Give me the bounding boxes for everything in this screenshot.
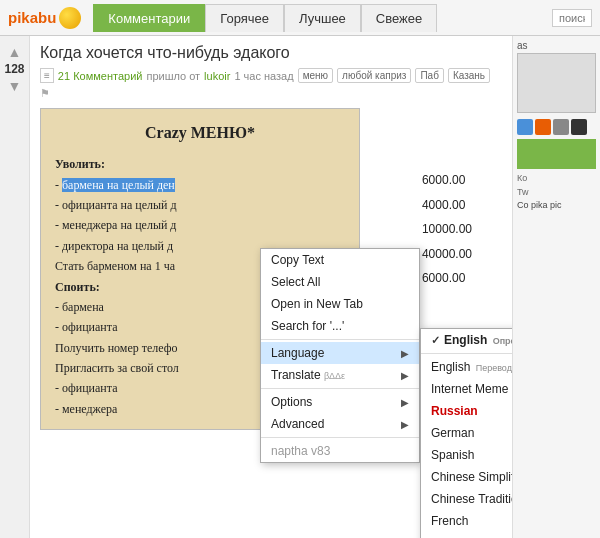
ctx-language-arrow: ▶ (401, 348, 409, 359)
meta-time: 1 час назад (234, 70, 293, 82)
menu-line-1: - бармена на целый ден (55, 175, 345, 195)
ctx-copy-text-label: Copy Text (271, 253, 324, 267)
rs-co-text: Co pika pic (517, 199, 596, 212)
meta-author-link[interactable]: lukoir (204, 70, 230, 82)
tag-pub[interactable]: Паб (415, 68, 443, 83)
rs-icon-3 (553, 119, 569, 135)
ctx-open-tab-label: Open in New Tab (271, 297, 363, 311)
tag-city[interactable]: Казань (448, 68, 490, 83)
ctx-sep-1 (261, 339, 419, 340)
rs-widget-1 (517, 53, 596, 113)
article-area: Crazy МЕНЮ* Уволить: - бармена на целый … (40, 108, 502, 430)
ctx-select-all-label: Select All (271, 275, 320, 289)
logo-icon (59, 7, 81, 29)
price-3: 10000.00 (422, 217, 472, 242)
price-2: 4000.00 (422, 193, 472, 218)
menu-line-3: - менеджера на целый д (55, 215, 345, 235)
ctx-sep-2 (261, 388, 419, 389)
ctx-options-arrow: ▶ (401, 397, 409, 408)
lang-internet-meme-label: Internet Meme (431, 382, 508, 396)
logo-text: pikabu (8, 9, 56, 26)
language-submenu: ✓ English Определ. English Переводить In… (420, 328, 512, 538)
vote-up-button[interactable]: ▲ (8, 44, 22, 60)
lang-english-detect-label: English Определ. (444, 333, 512, 347)
lang-french[interactable]: French (421, 510, 512, 532)
lang-english-trans-label: English Переводить (431, 360, 512, 374)
ctx-translate-arrow: ▶ (401, 370, 409, 381)
ctx-open-tab[interactable]: Open in New Tab (261, 293, 419, 315)
vote-count: 128 (4, 62, 24, 76)
lang-check-icon: ✓ (431, 334, 440, 347)
content-area: Когда хочется что-нибудь эдакого ≡ 21 Ко… (30, 36, 512, 538)
lang-chinese-simplified-label: Chinese Simplified (431, 470, 512, 484)
lang-internet-meme[interactable]: Internet Meme (421, 378, 512, 400)
lang-russian[interactable]: Russian ← (421, 400, 512, 422)
tag-menu[interactable]: меню (298, 68, 333, 83)
rs-tw-label: Tw (517, 187, 596, 197)
ctx-naptha: naptha v83 (261, 440, 419, 462)
meta-comments-link[interactable]: 21 Комментарий (58, 70, 143, 82)
rs-text-1: as (517, 40, 596, 51)
ctx-options[interactable]: Options ▶ (261, 391, 419, 413)
ctx-search-label: Search for '...' (271, 319, 344, 333)
lang-sep-1 (421, 353, 512, 354)
highlighted-text: бармена на целый ден (62, 178, 175, 192)
lang-chinese-traditional[interactable]: Chinese Traditional (421, 488, 512, 510)
lang-english-trans[interactable]: English Переводить (421, 356, 512, 378)
ctx-sep-3 (261, 437, 419, 438)
price-1: 6000.00 (422, 168, 472, 193)
lang-french-label: French (431, 514, 468, 528)
post-title: Когда хочется что-нибудь эдакого (40, 44, 502, 62)
lang-german-label: German (431, 426, 474, 440)
vote-down-button[interactable]: ▼ (8, 78, 22, 94)
lang-spanish-label: Spanish (431, 448, 474, 462)
logo[interactable]: pikabu (8, 7, 81, 29)
lang-russian-label: Russian (431, 404, 478, 418)
rs-icons-row (517, 119, 596, 135)
ctx-select-all[interactable]: Select All (261, 271, 419, 293)
post-meta: ≡ 21 Комментарий пришло от lukoir 1 час … (40, 68, 502, 100)
ctx-advanced-arrow: ▶ (401, 419, 409, 430)
ctx-advanced[interactable]: Advanced ▶ (261, 413, 419, 435)
tab-hot[interactable]: Горячее (205, 4, 284, 32)
meta-text: пришло от (146, 70, 200, 82)
main-layout: ▲ 128 ▼ Когда хочется что-нибудь эдакого… (0, 36, 600, 538)
tab-fresh[interactable]: Свежее (361, 4, 437, 32)
ctx-language-label: Language (271, 346, 324, 360)
lang-chinese-simplified[interactable]: Chinese Simplified (421, 466, 512, 488)
tab-best[interactable]: Лучшее (284, 4, 361, 32)
context-menu: Copy Text Select All Open in New Tab Sea… (260, 248, 420, 463)
rs-icon-1 (517, 119, 533, 135)
ctx-options-label: Options (271, 395, 312, 409)
menu-section-fire: Уволить: (55, 154, 345, 174)
rs-icon-4 (571, 119, 587, 135)
tab-comments[interactable]: Комментарии (93, 4, 205, 32)
tag-caprice[interactable]: любой каприз (337, 68, 411, 83)
ctx-copy-text[interactable]: Copy Text (261, 249, 419, 271)
lang-german[interactable]: German (421, 422, 512, 444)
prices-overlay: 6000.00 4000.00 10000.00 40000.00 6000.0… (422, 168, 472, 291)
lang-spanish[interactable]: Spanish (421, 444, 512, 466)
nav-tabs: Комментарии Горячее Лучшее Свежее (93, 4, 437, 32)
menu-line-2: - официанта на целый д (55, 195, 345, 215)
ctx-language[interactable]: Language ▶ (261, 342, 419, 364)
meta-icon: ≡ (40, 68, 54, 83)
lang-english-detect[interactable]: ✓ English Определ. (421, 329, 512, 351)
ctx-translate[interactable]: Translate βΔΔε ▶ (261, 364, 419, 386)
vote-sidebar: ▲ 128 ▼ (0, 36, 30, 538)
price-4: 40000.00 (422, 242, 472, 267)
search-input[interactable] (552, 9, 592, 27)
right-sidebar: as Ко Tw Co pika pic (512, 36, 600, 538)
rs-icon-2 (535, 119, 551, 135)
rs-ko-label: Ко (517, 173, 596, 183)
lang-japanese[interactable]: Japanese (421, 532, 512, 538)
header-search (552, 9, 592, 27)
price-5: 6000.00 (422, 266, 472, 291)
ctx-naptha-label: naptha v83 (271, 444, 330, 458)
header: pikabu Комментарии Горячее Лучшее Свежее (0, 0, 600, 36)
ctx-search[interactable]: Search for '...' (261, 315, 419, 337)
rs-green-bar (517, 139, 596, 169)
ctx-translate-label: Translate βΔΔε (271, 368, 345, 382)
meta-bookmark-icon[interactable]: ⚑ (40, 87, 50, 100)
lang-chinese-traditional-label: Chinese Traditional (431, 492, 512, 506)
